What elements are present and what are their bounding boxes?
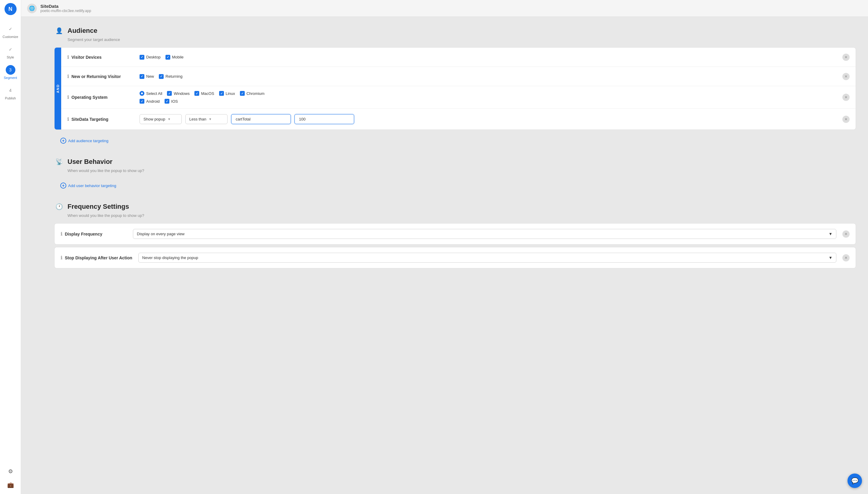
audience-card: AND ℹ Visitor Devices Desktop Mobile	[54, 47, 856, 130]
stop-displaying-row: ℹ Stop Displaying After User Action Neve…	[54, 247, 856, 268]
user-behavior-section: 📡 User Behavior When would you like the …	[54, 157, 856, 193]
and-bar: AND	[55, 48, 61, 130]
display-frequency-value: Display on every page view	[137, 232, 184, 236]
sidebar: N ✓ Customize ✓ Style 3 Segment 4 Publis…	[0, 0, 21, 494]
visitor-devices-row: ℹ Visitor Devices Desktop Mobile ✕	[61, 48, 856, 67]
briefcase-button[interactable]: 💼	[4, 479, 17, 491]
desktop-checkbox[interactable]: Desktop	[140, 55, 161, 60]
stop-displaying-arrow: ▼	[829, 255, 832, 260]
show-popup-label: Show popup	[144, 117, 165, 121]
condition-label: Less than	[189, 117, 206, 121]
rows-wrapper: ℹ Visitor Devices Desktop Mobile ✕	[61, 48, 856, 130]
audience-subtitle: Segment your target audience	[68, 37, 856, 42]
chat-button[interactable]: 💬	[848, 474, 862, 488]
new-returning-row: ℹ New or Returning Visitor New Returning…	[61, 67, 856, 86]
select-all-radio[interactable]: Select All	[140, 91, 162, 96]
add-ub-icon: +	[60, 183, 66, 189]
add-audience-targeting[interactable]: + Add audience targeting	[54, 133, 856, 148]
visitor-devices-info-icon[interactable]: ℹ	[67, 55, 69, 60]
display-frequency-text: Display Frequency	[65, 232, 103, 236]
android-checkbox-box	[140, 99, 144, 103]
new-returning-text: New or Returning Visitor	[71, 74, 121, 79]
windows-checkbox[interactable]: Windows	[167, 91, 189, 96]
freq-title: Frequency Settings	[68, 203, 129, 211]
customize-icon: ✓	[6, 24, 15, 34]
stop-displaying-select[interactable]: Never stop displaying the popup ▼	[138, 253, 836, 263]
os-label: ℹ Operating System	[67, 95, 133, 100]
linux-label: Linux	[226, 91, 235, 96]
style-icon: ✓	[6, 44, 15, 54]
new-returning-options: New Returning	[140, 74, 836, 79]
mobile-checkbox[interactable]: Mobile	[165, 55, 184, 60]
stop-displaying-info-icon[interactable]: ℹ	[60, 255, 62, 261]
select-all-label: Select All	[146, 91, 162, 96]
sitedata-targeting-text: SiteData Targeting	[71, 117, 109, 122]
add-ub-label: Add user behavior targeting	[68, 184, 116, 188]
new-checkbox-box	[140, 74, 144, 79]
display-frequency-label: ℹ Display Frequency	[60, 231, 127, 237]
linux-checkbox[interactable]: Linux	[219, 91, 235, 96]
show-popup-select[interactable]: Show popup ▼	[140, 114, 182, 124]
returning-checkbox[interactable]: Returning	[159, 74, 182, 79]
display-freq-arrow: ▼	[829, 232, 832, 236]
os-info-icon[interactable]: ℹ	[67, 95, 69, 100]
sidebar-item-publish[interactable]: 4 Publish	[0, 82, 21, 103]
sidebar-item-segment[interactable]: 3 Segment	[0, 62, 21, 82]
sitedata-targeting-info-icon[interactable]: ℹ	[67, 117, 69, 122]
returning-checkbox-box	[159, 74, 164, 79]
and-label: AND	[56, 84, 60, 93]
settings-button[interactable]: ⚙	[4, 466, 17, 477]
new-label: New	[146, 74, 154, 79]
returning-label: Returning	[165, 74, 182, 79]
freq-icon: 🕐	[54, 202, 64, 211]
topbar: 🌐 SiteData poetic-muffin-cbc3ee.netlify.…	[21, 0, 868, 17]
variable-input[interactable]	[231, 114, 291, 124]
os-close[interactable]: ✕	[843, 94, 850, 101]
freq-subtitle: When would you like the popup to show up…	[68, 213, 856, 218]
ub-title: User Behavior	[68, 158, 112, 166]
add-user-behavior-targeting[interactable]: + Add user behavior targeting	[54, 178, 856, 193]
windows-label: Windows	[173, 91, 189, 96]
targeting-fields: Show popup ▼ Less than ▼	[140, 114, 836, 124]
sidebar-label-style: Style	[7, 55, 14, 59]
visitor-devices-close[interactable]: ✕	[843, 54, 850, 61]
android-checkbox[interactable]: Android	[140, 99, 160, 103]
new-returning-close[interactable]: ✕	[843, 73, 850, 80]
app-logo[interactable]: N	[4, 3, 17, 15]
sidebar-bottom: ⚙ 💼	[4, 466, 17, 491]
sidebar-label-customize: Customize	[3, 35, 18, 39]
visitor-devices-options: Desktop Mobile	[140, 55, 836, 60]
ios-checkbox[interactable]: IOS	[165, 99, 178, 103]
windows-checkbox-box	[167, 91, 172, 96]
chromium-checkbox[interactable]: Chromium	[240, 91, 265, 96]
sitedata-targeting-close[interactable]: ✕	[843, 116, 850, 123]
display-frequency-select[interactable]: Display on every page view ▼	[133, 229, 836, 239]
condition-select[interactable]: Less than ▼	[185, 114, 227, 124]
ub-section-header: 📡 User Behavior	[54, 157, 856, 167]
sidebar-item-style[interactable]: ✓ Style	[0, 42, 21, 62]
display-frequency-close[interactable]: ✕	[843, 230, 850, 238]
stop-displaying-text: Stop Displaying After User Action	[65, 255, 132, 260]
sidebar-item-customize[interactable]: ✓ Customize	[0, 21, 21, 42]
sidebar-label-publish: Publish	[5, 96, 16, 100]
site-url: poetic-muffin-cbc3ee.netlify.app	[40, 9, 91, 13]
freq-section-header: 🕐 Frequency Settings	[54, 202, 856, 211]
new-returning-info-icon[interactable]: ℹ	[67, 74, 69, 79]
os-row: ℹ Operating System Select All Windows	[61, 86, 856, 109]
show-popup-arrow: ▼	[168, 117, 171, 121]
visitor-devices-text: Visitor Devices	[71, 55, 101, 60]
display-freq-info-icon[interactable]: ℹ	[60, 231, 62, 237]
macos-checkbox[interactable]: MacOS	[195, 91, 214, 96]
new-returning-label: ℹ New or Returning Visitor	[67, 74, 133, 79]
ios-label: IOS	[171, 99, 178, 103]
audience-title: Audience	[68, 27, 97, 35]
number-input[interactable]	[294, 114, 354, 124]
mobile-label: Mobile	[172, 55, 184, 59]
stop-displaying-close[interactable]: ✕	[843, 254, 850, 262]
frequency-section: 🕐 Frequency Settings When would you like…	[54, 202, 856, 268]
topbar-title: SiteData poetic-muffin-cbc3ee.netlify.ap…	[40, 4, 91, 13]
chromium-label: Chromium	[246, 91, 265, 96]
display-frequency-row: ℹ Display Frequency Display on every pag…	[54, 223, 856, 245]
new-checkbox[interactable]: New	[140, 74, 154, 79]
ios-checkbox-box	[165, 99, 169, 103]
